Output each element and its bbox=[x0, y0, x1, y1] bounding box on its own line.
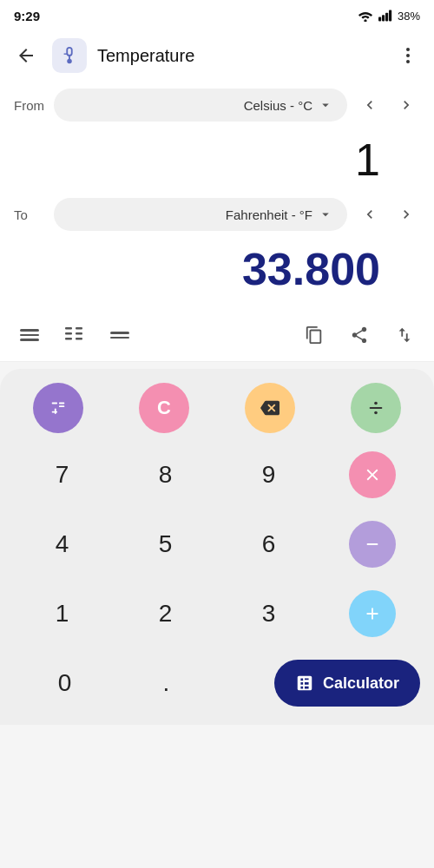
calculator-button[interactable]: Calculator bbox=[274, 660, 420, 707]
copy-button[interactable] bbox=[299, 319, 330, 351]
status-time: 9:29 bbox=[14, 9, 40, 23]
status-icons: 38% bbox=[358, 10, 420, 23]
signal-icon bbox=[378, 10, 392, 22]
action-buttons bbox=[299, 319, 420, 351]
calculator-icon bbox=[295, 674, 314, 693]
svg-rect-2 bbox=[382, 15, 385, 21]
svg-rect-4 bbox=[389, 10, 391, 22]
keypad-special-row: C bbox=[10, 383, 424, 433]
to-next-button[interactable] bbox=[392, 201, 420, 228]
svg-point-0 bbox=[364, 19, 366, 22]
svg-point-8 bbox=[406, 48, 410, 51]
from-next-button[interactable] bbox=[392, 91, 420, 119]
from-dropdown-icon bbox=[318, 97, 333, 113]
key-5[interactable]: 5 bbox=[114, 510, 217, 579]
to-unit-selector[interactable]: Fahrenheit - °F bbox=[54, 198, 347, 231]
conversion-area: From Celsius - °C 1 To Fahrenheit - °F bbox=[0, 80, 434, 312]
from-unit-text: Celsius - °C bbox=[244, 98, 312, 113]
svg-rect-18 bbox=[55, 408, 56, 413]
svg-rect-19 bbox=[52, 403, 57, 404]
format-columns-button[interactable] bbox=[59, 319, 90, 351]
svg-rect-5 bbox=[67, 48, 72, 56]
from-value: 1 bbox=[14, 130, 420, 189]
keypad: C 7 8 9 bbox=[0, 369, 434, 725]
back-button[interactable] bbox=[10, 40, 42, 71]
svg-rect-15 bbox=[65, 338, 72, 340]
swap-button[interactable] bbox=[389, 319, 420, 351]
app-bar: Temperature bbox=[0, 31, 434, 80]
svg-point-6 bbox=[67, 59, 72, 64]
to-dropdown-icon bbox=[318, 207, 333, 222]
page-title: Temperature bbox=[97, 46, 382, 66]
to-prev-button[interactable] bbox=[356, 201, 384, 228]
status-bar: 9:29 38% bbox=[0, 0, 434, 31]
calculator-button-wrapper: Calculator bbox=[217, 660, 420, 707]
from-unit-selector[interactable]: Celsius - °C bbox=[54, 89, 347, 122]
from-label: From bbox=[14, 98, 45, 113]
svg-point-22 bbox=[374, 402, 378, 405]
svg-rect-14 bbox=[76, 332, 82, 335]
calculator-label: Calculator bbox=[323, 674, 399, 693]
svg-point-9 bbox=[406, 54, 410, 57]
from-prev-button[interactable] bbox=[356, 91, 384, 119]
key-subtract[interactable] bbox=[320, 510, 424, 579]
key-dot[interactable]: . bbox=[115, 648, 217, 718]
share-button[interactable] bbox=[344, 319, 375, 351]
svg-rect-16 bbox=[76, 338, 82, 340]
to-label: To bbox=[14, 207, 45, 222]
svg-rect-23 bbox=[370, 407, 383, 409]
clear-key[interactable]: C bbox=[116, 383, 212, 433]
to-row: To Fahrenheit - °F bbox=[14, 189, 420, 240]
key-2[interactable]: 2 bbox=[114, 579, 217, 648]
divide-key[interactable] bbox=[328, 383, 424, 433]
overflow-menu-button[interactable] bbox=[392, 40, 424, 71]
app-icon bbox=[52, 38, 87, 73]
plus-minus-key[interactable] bbox=[10, 383, 106, 433]
format-options bbox=[14, 319, 135, 351]
svg-rect-3 bbox=[385, 13, 388, 22]
action-row bbox=[0, 312, 434, 362]
svg-point-24 bbox=[374, 411, 378, 415]
svg-point-10 bbox=[406, 60, 410, 63]
key-3[interactable]: 3 bbox=[217, 579, 320, 648]
svg-rect-1 bbox=[378, 17, 381, 22]
to-value: 33.800 bbox=[14, 240, 420, 302]
key-multiply[interactable] bbox=[320, 440, 424, 510]
key-1[interactable]: 1 bbox=[10, 579, 114, 648]
to-unit-text: Fahrenheit - °F bbox=[226, 207, 312, 222]
key-7[interactable]: 7 bbox=[10, 440, 114, 510]
svg-rect-12 bbox=[76, 327, 82, 330]
svg-rect-21 bbox=[59, 405, 64, 407]
key-8[interactable]: 8 bbox=[114, 440, 217, 510]
key-4[interactable]: 4 bbox=[10, 510, 114, 579]
key-0[interactable]: 0 bbox=[14, 648, 115, 718]
svg-rect-11 bbox=[65, 327, 72, 330]
svg-rect-25 bbox=[366, 543, 378, 545]
keypad-digit-rows: 7 8 9 4 5 6 1 2 3 bbox=[10, 440, 424, 648]
key-9[interactable]: 9 bbox=[217, 440, 320, 510]
format-list-button[interactable] bbox=[104, 319, 135, 351]
backspace-key[interactable] bbox=[222, 383, 318, 433]
svg-rect-20 bbox=[59, 403, 64, 404]
svg-rect-13 bbox=[65, 332, 72, 335]
wifi-icon bbox=[358, 10, 373, 22]
key-add[interactable] bbox=[320, 579, 424, 648]
battery-level: 38% bbox=[398, 10, 420, 23]
format-compact-button[interactable] bbox=[14, 319, 45, 351]
keypad-bottom-row: 0 . Calculator bbox=[10, 648, 424, 718]
key-6[interactable]: 6 bbox=[217, 510, 320, 579]
from-row: From Celsius - °C bbox=[14, 80, 420, 130]
